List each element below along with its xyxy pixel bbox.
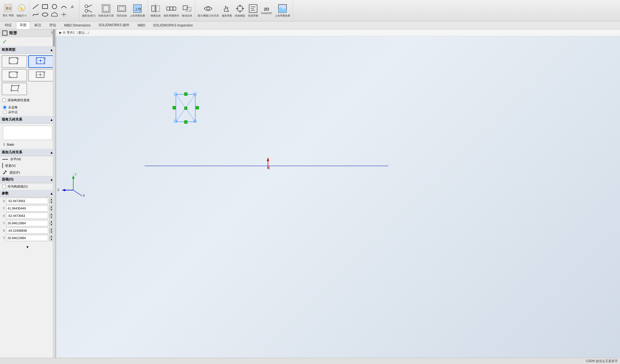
fast-sketch-button[interactable]: 快速草图 <box>247 3 259 19</box>
tab-sketch[interactable]: 草图 <box>16 21 30 29</box>
from-corner-radio[interactable] <box>3 105 7 109</box>
rectangle-button[interactable] <box>41 3 49 10</box>
static-info-row: ℹ Static <box>1 141 54 148</box>
toolbar-group-tools: A <box>30 0 80 21</box>
y3-input[interactable] <box>6 235 48 241</box>
3corner-rect-button[interactable]: 3 <box>2 69 27 82</box>
polygon-button[interactable] <box>50 11 59 18</box>
svg-text:3: 3 <box>17 71 18 73</box>
help-button[interactable]: ? <box>51 31 53 35</box>
panel-scroll-thumb[interactable] <box>53 29 55 46</box>
svg-text:→: → <box>188 8 191 11</box>
constraint-left[interactable] <box>173 106 176 109</box>
y1-input[interactable] <box>6 205 48 212</box>
parallelogram-button[interactable]: 2 <box>2 83 27 95</box>
x3-input[interactable] <box>6 227 48 234</box>
text-button[interactable]: A <box>69 3 78 10</box>
svg-marker-9 <box>52 12 57 16</box>
add-geo-header[interactable]: 添加几何关系 ▲ <box>0 149 55 156</box>
tab-evaluate[interactable]: 评估 <box>46 21 60 29</box>
convert-entity-button[interactable]: 转换实体引用 <box>97 3 115 19</box>
existing-geo-content: ℹ Static <box>0 123 55 149</box>
constraint-bottom[interactable] <box>184 121 187 123</box>
svg-rect-71 <box>11 85 13 86</box>
panel-title-bar: 矩形 ? <box>0 29 55 37</box>
add-construction-checkbox[interactable] <box>2 98 6 102</box>
fixed-label: 固定(F) <box>10 170 20 175</box>
from-center-radio[interactable] <box>3 110 7 114</box>
mirror-label: 镜像实体 <box>151 14 161 18</box>
tab-mbd-dim[interactable]: MBD Dimensions <box>60 22 94 29</box>
constraint-top[interactable] <box>184 93 187 95</box>
viewport-svg: ✕ ✕ Y Z X <box>56 36 620 364</box>
linear-pattern-button[interactable]: 线性草图阵列 <box>163 3 180 19</box>
x1-input[interactable] <box>6 198 48 204</box>
tab-sw-plugin[interactable]: SOLIDWORKS 插件 <box>95 21 133 29</box>
horizontal-relation-button[interactable]: 水平(H) <box>0 156 55 162</box>
point-button[interactable] <box>60 11 68 18</box>
top-color-button[interactable]: 上色 上色草图轮廓 <box>129 3 146 19</box>
ellipse-button[interactable] <box>41 11 49 18</box>
tab-mbd[interactable]: MBD <box>134 22 149 29</box>
move-entity-button[interactable]: → 移动实体 <box>181 3 193 19</box>
fixed-relation-button[interactable]: 固定(F) <box>0 169 55 176</box>
svg-rect-43 <box>3 31 7 35</box>
construction-line-checkbox[interactable] <box>2 185 6 188</box>
svg-text:2: 2 <box>18 91 19 93</box>
circle-button[interactable] <box>50 3 59 10</box>
move-label: 移动实体 <box>182 14 192 18</box>
main-viewport[interactable]: ✕ ✕ Y Z X <box>56 36 620 364</box>
constraint-right[interactable] <box>196 106 199 109</box>
toolbar-group-edit: 裁剪实体(T) 转换实体引用 等距实体 上色 上色草图轮廓 <box>80 0 148 21</box>
toolbar-group-view: 显示/删除几何关系 修复草图 快速捕捉 快速草图 2D Instant2D 上色… <box>195 0 293 21</box>
left-panel: 矩形 ? ✓ 矩形类型 ▲ 2 <box>0 29 56 364</box>
svg-rect-25 <box>156 6 160 11</box>
status-bar: CSDN @怎么又是岁月 <box>0 358 620 364</box>
constraint-center[interactable] <box>185 107 187 109</box>
offset-entity-button[interactable]: 等距实体 <box>116 3 128 19</box>
smart-dim-button[interactable]: 📐 智能尺寸 <box>16 3 28 19</box>
3center-rect-button[interactable]: 3 <box>28 69 54 82</box>
exit-sketch-button[interactable]: 退出 退出 草图 <box>2 3 15 18</box>
svg-rect-56 <box>36 63 37 64</box>
tab-sw-inspect[interactable]: SOLIDWORKS Inspection <box>149 22 196 29</box>
panel-title: 矩形 <box>9 30 17 36</box>
corner-rect-button[interactable]: 2 <box>2 55 27 68</box>
show-hide-button[interactable]: 显示/删除几何关系 <box>197 3 220 19</box>
options-content: 作为构造线(C) <box>0 183 55 190</box>
svg-rect-62 <box>9 76 10 78</box>
options-header[interactable]: 选项(O) ▲ <box>0 176 55 183</box>
mirror-entity-button[interactable]: 镜像实体 <box>150 3 162 19</box>
spline-button[interactable] <box>31 11 40 18</box>
color-sketch-label: 上色草图轮廓 <box>275 14 290 18</box>
params-label: 参数 <box>2 191 9 196</box>
panel-scrollbar[interactable] <box>53 29 55 364</box>
param-row-x3: X ▲ ▼ <box>0 227 55 234</box>
tab-feature[interactable]: 特征 <box>1 21 15 29</box>
svg-rect-57 <box>44 63 45 64</box>
vertical-relation-button[interactable]: 竖直(V) <box>0 162 55 169</box>
center-rect-button[interactable]: 2 <box>28 55 54 68</box>
color-sketch-button[interactable]: 上色草图轮廓 <box>274 3 291 19</box>
breadcrumb-text: 零件1 （默认...） <box>67 30 91 35</box>
y2-input[interactable] <box>6 220 48 226</box>
svg-rect-53 <box>40 60 41 61</box>
arc-button[interactable] <box>60 3 68 10</box>
confirm-button[interactable]: ✓ <box>0 37 55 46</box>
line-button[interactable] <box>31 3 40 10</box>
existing-geo-header[interactable]: 现有几何关系 ▲ <box>0 116 55 123</box>
params-header[interactable]: 参数 ▲ <box>0 190 55 197</box>
cut-entities-button[interactable]: 裁剪实体(T) <box>81 3 97 19</box>
repair-sketch-button[interactable]: 修复草图 <box>221 3 233 19</box>
x2-input[interactable] <box>6 213 48 219</box>
instant2d-button[interactable]: 2D Instant2D <box>260 6 273 15</box>
axes-x-label2: X <box>83 194 85 197</box>
h-line-icon <box>2 159 8 160</box>
add-geo-content: 水平(H) 竖直(V) 固定(F) <box>0 156 55 176</box>
vertical-label: 竖直(V) <box>5 164 16 168</box>
quick-snap-button[interactable]: 快速捕捉 <box>234 3 246 19</box>
rect-type-section-header[interactable]: 矩形类型 ▲ <box>0 46 55 54</box>
quick-snap-label: 快速捕捉 <box>235 14 245 18</box>
tab-mark[interactable]: 标注 <box>31 21 45 29</box>
axes-z-line <box>73 190 82 196</box>
